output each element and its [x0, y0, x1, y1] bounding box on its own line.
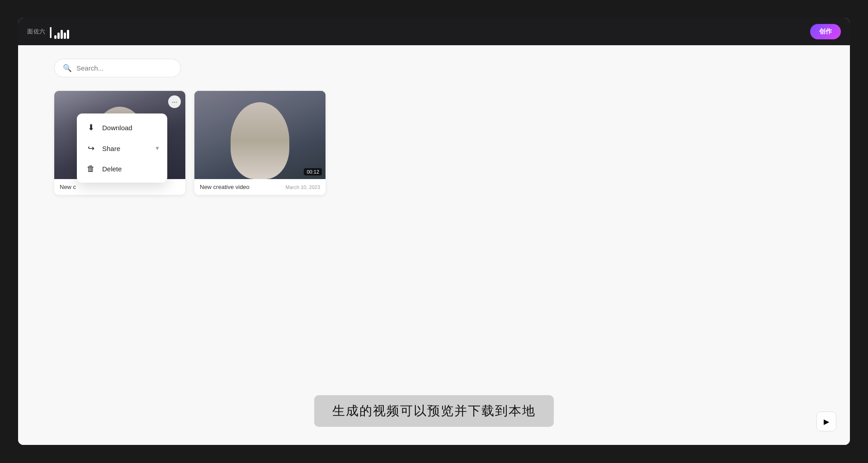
bar-5 — [67, 30, 69, 39]
video-grid: ··· New c ⬇ Download ↪ Share ▼ — [54, 91, 814, 195]
brand-name: | — [49, 25, 69, 39]
chevron-right-icon: ▼ — [155, 145, 160, 151]
delete-label: Delete — [102, 165, 122, 173]
delete-icon: 🗑 — [86, 164, 96, 174]
more-options-button-1[interactable]: ··· — [168, 95, 181, 108]
search-bar[interactable]: 🔍 — [54, 59, 181, 77]
context-menu: ⬇ Download ↪ Share ▼ 🗑 Delete — [77, 113, 167, 183]
create-button[interactable]: 创作 — [810, 24, 841, 39]
header: 面佐六 | 创作 — [18, 18, 850, 45]
page-title: 面佐六 — [27, 28, 46, 36]
video-date-2: March 10, 2023 — [286, 184, 320, 190]
video-card-1[interactable]: ··· New c ⬇ Download ↪ Share ▼ — [54, 91, 185, 195]
play-icon: ▶ — [824, 417, 829, 426]
menu-item-delete[interactable]: 🗑 Delete — [77, 159, 167, 179]
bar-2 — [57, 33, 60, 39]
bar-4 — [64, 33, 66, 39]
video-thumb-2: 00:12 — [194, 91, 326, 179]
header-actions: 创作 — [810, 24, 841, 39]
video-card-2[interactable]: 00:12 New creative video March 10, 2023 — [194, 91, 326, 195]
face-silhouette-2 — [231, 102, 289, 179]
video-title-2: New creative video — [200, 184, 250, 190]
video-duration: 00:12 — [304, 168, 322, 175]
main-window: 面佐六 | 创作 🔍 — [18, 18, 850, 445]
logo-area: 面佐六 | — [27, 25, 69, 39]
video-info-2: New creative video March 10, 2023 — [194, 179, 326, 195]
play-button-corner[interactable]: ▶ — [816, 411, 836, 431]
download-icon: ⬇ — [86, 123, 96, 132]
thumbnail-bg-2 — [194, 91, 326, 179]
share-icon: ↪ — [86, 143, 96, 153]
subtitle-bar: 生成的视频可以预览并下载到本地 — [314, 395, 554, 427]
share-label: Share — [102, 145, 120, 152]
video-title-1: New c — [60, 184, 76, 190]
search-input[interactable] — [76, 64, 167, 72]
search-icon: 🔍 — [63, 64, 72, 72]
download-label: Download — [102, 124, 132, 132]
logo-bars — [54, 30, 69, 39]
content-area: 🔍 ··· New c ⬇ Do — [18, 45, 850, 445]
bar-1 — [54, 35, 57, 39]
bar-3 — [61, 30, 63, 39]
menu-item-share[interactable]: ↪ Share ▼ — [77, 138, 167, 159]
menu-item-download[interactable]: ⬇ Download — [77, 117, 167, 138]
